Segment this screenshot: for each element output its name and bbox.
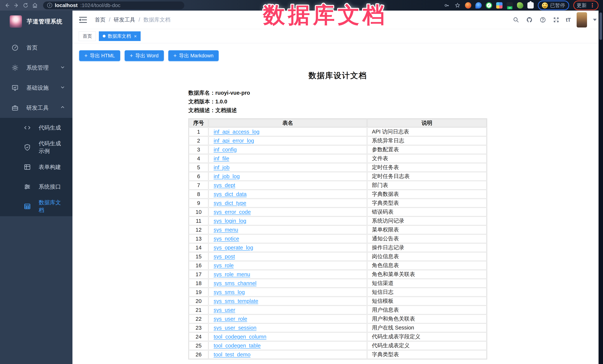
row-index: 21 <box>189 306 208 314</box>
table-row: 10 sys_error_code 错误码表 <box>189 208 487 216</box>
table-name-link[interactable]: sys_role_menu <box>214 271 250 277</box>
row-index: 11 <box>189 217 208 225</box>
table-row: 20 sys_sms_template 短信模板 <box>189 297 487 305</box>
table-name-cell: inf_job_log <box>209 172 367 181</box>
table-desc-cell: 短信渠道 <box>367 279 487 287</box>
home-icon[interactable] <box>31 1 39 10</box>
export-word-button[interactable]: + 导出 Word <box>125 50 164 61</box>
site-info-icon[interactable]: i <box>47 3 52 8</box>
star-icon[interactable] <box>454 1 461 10</box>
table-row: 5 inf_job 定时任务表 <box>189 163 487 172</box>
table-name-link[interactable]: tool_test_demo <box>214 352 250 357</box>
sidebar-item-label: 基础设施 <box>26 84 49 92</box>
table-desc-cell: 部门表 <box>367 181 487 189</box>
table-name-link[interactable]: sys_user <box>214 307 235 313</box>
forward-icon[interactable] <box>12 1 20 10</box>
doc-table-body: 1 inf_api_access_log API 访问日志表 2 inf_api… <box>189 128 487 359</box>
table-name-cell: tool_codegen_column <box>209 332 367 341</box>
font-size-icon[interactable]: tT <box>566 17 571 23</box>
table-name-link[interactable]: inf_job_log <box>214 173 240 179</box>
chrome-menu-icon[interactable]: ⋮ <box>590 3 595 8</box>
sidebar-item-devtools[interactable]: 研发工具 <box>0 98 72 118</box>
breadcrumb-devtools[interactable]: 研发工具 <box>114 16 135 23</box>
table-name-link[interactable]: tool_codegen_table <box>214 343 261 349</box>
reload-icon[interactable] <box>22 1 30 10</box>
table-name-link[interactable]: sys_notice <box>214 236 239 242</box>
table-name-link[interactable]: sys_login_log <box>214 218 246 224</box>
sidebar-item-form-builder[interactable]: 表单构建 <box>0 157 72 177</box>
table-name-cell: sys_user_role <box>209 315 367 323</box>
table-name-link[interactable]: sys_sms_template <box>214 298 258 304</box>
table-name-link[interactable]: sys_operate_log <box>214 245 253 251</box>
table-name-link[interactable]: sys_user_role <box>214 316 247 322</box>
row-index: 4 <box>189 154 208 163</box>
sidebar-item-api[interactable]: 系统接口 <box>0 177 72 197</box>
table-name-link[interactable]: inf_api_access_log <box>214 129 259 135</box>
table-name-link[interactable]: inf_job <box>214 165 229 170</box>
page-scrollbar[interactable] <box>599 11 603 364</box>
table-desc-cell: 操作日志记录 <box>367 243 487 252</box>
sidebar-item-db-doc[interactable]: 数据库文档 <box>0 197 72 216</box>
export-html-button[interactable]: + 导出 HTML <box>79 50 120 61</box>
breadcrumb-home[interactable]: 首页 <box>95 16 105 23</box>
help-icon[interactable] <box>539 16 546 23</box>
table-name-link[interactable]: inf_api_error_log <box>214 138 254 144</box>
paused-extension-badge[interactable]: 已暂停 <box>538 0 569 10</box>
table-desc-cell: 系统访问记录 <box>367 217 487 225</box>
table-name-link[interactable]: sys_role <box>214 263 234 268</box>
table-name-link[interactable]: sys_dict_type <box>214 200 246 206</box>
check-extension-icon[interactable]: ✓ <box>486 2 492 9</box>
doc-version-line: 文档版本：1.0.0 <box>188 97 487 106</box>
puzzle-extension-icon[interactable] <box>527 2 534 9</box>
sidebar-logo[interactable]: 芋道管理系统 <box>0 11 72 33</box>
search-icon[interactable] <box>512 16 520 23</box>
orange-extension-icon[interactable] <box>465 2 471 9</box>
table-row: 22 sys_user_role 用户和角色关联表 <box>189 315 487 323</box>
update-chip[interactable]: 更新 ⋮ <box>573 0 599 10</box>
sidebar-item-infra[interactable]: 基础设施 <box>0 78 72 98</box>
doc-title: 数据库设计文档 <box>188 70 487 81</box>
table-row: 2 inf_api_error_log 系统异常日志 <box>189 136 487 145</box>
grid-extension-icon[interactable] <box>496 2 502 9</box>
avatar[interactable] <box>577 12 587 27</box>
leaf-extension-icon[interactable] <box>517 2 523 9</box>
export-markdown-button[interactable]: + 导出 Markdown <box>168 50 219 61</box>
table-name-cell: tool_codegen_table <box>209 341 367 350</box>
back-icon[interactable] <box>3 1 11 10</box>
table-name-link[interactable]: sys_menu <box>214 227 238 233</box>
on-badge-extension-icon[interactable] <box>507 2 513 9</box>
table-name-link[interactable]: sys_error_code <box>214 209 251 215</box>
table-name-link[interactable]: sys_post <box>214 254 235 260</box>
address-bar[interactable]: i localhost:1024/tool/db-doc <box>43 1 184 9</box>
table-name-link[interactable]: inf_file <box>214 155 229 162</box>
pin-extension-icon[interactable] <box>475 2 482 9</box>
github-icon[interactable] <box>526 16 533 23</box>
menu-fold-icon[interactable] <box>79 17 87 23</box>
table-row: 26 tool_test_demo 字典类型表 <box>189 350 487 359</box>
sidebar-item-codegen[interactable]: 代码生成 <box>0 118 72 138</box>
page-content: + 导出 HTML + 导出 Word + 导出 Markdown 数据库设计文… <box>72 43 603 364</box>
table-row: 21 sys_user 用户信息表 <box>189 306 487 314</box>
close-icon[interactable]: × <box>134 34 137 39</box>
row-index: 1 <box>189 128 208 136</box>
caret-down-icon[interactable] <box>593 19 597 21</box>
table-name-link[interactable]: inf_config <box>214 147 237 153</box>
table-name-cell: inf_api_access_log <box>209 128 367 136</box>
table-desc-cell: 菜单权限表 <box>367 226 487 234</box>
sidebar-item-home[interactable]: 首页 <box>0 38 72 58</box>
key-icon[interactable] <box>443 1 450 10</box>
scrollbar-thumb[interactable] <box>600 12 602 40</box>
table-name-link[interactable]: sys_dict_data <box>214 191 246 197</box>
table-name-link[interactable]: sys_dept <box>214 182 235 188</box>
tag-home[interactable]: 首页 <box>79 31 96 41</box>
sidebar-item-system[interactable]: 系统管理 <box>0 58 72 78</box>
table-name-link[interactable]: tool_codegen_column <box>214 334 267 340</box>
fullscreen-icon[interactable] <box>553 16 560 23</box>
sidebar-item-codegen-demo[interactable]: 代码生成示例 <box>0 138 72 157</box>
table-name-link[interactable]: sys_sms_log <box>214 289 245 295</box>
tag-db-doc[interactable]: 数据库文档 × <box>99 31 141 41</box>
table-name-link[interactable]: sys_user_session <box>214 325 256 331</box>
table-name-link[interactable]: sys_sms_channel <box>214 280 256 286</box>
table-desc-cell: 字典类型表 <box>367 350 487 359</box>
table-row: 16 sys_role 角色信息表 <box>189 261 487 270</box>
